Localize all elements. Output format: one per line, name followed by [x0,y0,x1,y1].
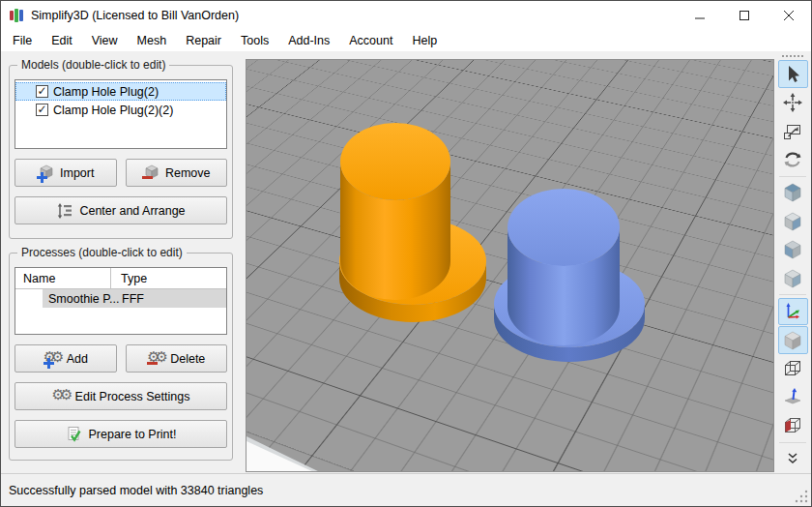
remove-cube-icon [142,164,160,182]
axes-icon [782,301,803,322]
delete-gears-icon: ⚙⚙ [147,350,164,368]
processes-table[interactable]: Name Type Smoothie P... FFF [14,267,227,335]
center-arrange-label: Center and Arrange [79,204,185,218]
toolbar-separator [779,176,806,177]
toolbar-separator [779,442,806,443]
models-group-title: Models (double-click to edit) [17,58,169,72]
show-axes-button[interactable] [778,298,808,325]
model-orange[interactable] [339,123,486,322]
view-top-button[interactable] [778,208,808,235]
delete-button-label: Delete [170,352,205,366]
import-cube-icon [37,164,54,182]
minimize-icon [695,11,705,20]
model-checkbox[interactable]: ✓ [36,104,48,116]
prepare-to-print-label: Prepare to Print! [88,428,176,441]
models-group: Models (double-click to edit) ✓ Clamp Ho… [9,65,233,239]
wireframe-cube-icon [782,358,803,379]
view-cube-top-icon [782,211,803,232]
scale-tool-button[interactable] [778,117,808,144]
show-wireframe-button[interactable] [778,355,808,382]
processes-table-header: Name Type [15,268,226,289]
right-toolbar [774,51,811,473]
model-canvas [246,60,774,472]
menu-tools[interactable]: Tools [231,32,278,49]
toolbar-separator [779,294,806,295]
toolbar-grip[interactable] [781,54,804,58]
view-cube-front-icon [782,239,803,260]
menu-addins[interactable]: Add-Ins [278,32,339,49]
cursor-icon [782,64,803,85]
add-button-label: Add [67,352,88,366]
menu-bar: File Edit View Mesh Repair Tools Add-Ins… [1,30,811,51]
menu-account[interactable]: Account [339,32,402,49]
show-normals-button[interactable] [778,383,808,410]
menu-edit[interactable]: Edit [42,32,82,49]
app-window: Simplify3D (Licensed to Bill VanOrden) F… [0,0,812,507]
model-checkbox[interactable]: ✓ [36,85,48,98]
window-title: Simplify3D (Licensed to Bill VanOrden) [31,9,239,22]
maximize-button[interactable] [722,1,767,30]
menu-view[interactable]: View [82,32,128,49]
remove-button-label: Remove [165,166,211,180]
status-bar: Successfully parsed model with 33840 tri… [1,473,811,506]
process-row[interactable]: Smoothie P... FFF [43,289,226,308]
app-logo-icon [10,8,23,23]
import-button[interactable]: Import [14,159,117,187]
normal-arrow-icon [782,386,803,407]
scale-icon [782,121,803,142]
delete-process-button[interactable]: ⚙⚙ Delete [126,344,228,373]
model-list-item[interactable]: ✓ Clamp Hole Plug(2)(2) [15,101,226,119]
maximize-icon [740,11,749,20]
view-default-button[interactable] [778,179,808,206]
model-item-label: Clamp Hole Plug(2) [53,85,159,99]
move-icon [782,92,803,113]
left-panel: Models (double-click to edit) ✓ Clamp Ho… [1,51,243,473]
menu-repair[interactable]: Repair [176,32,231,49]
collapse-toolbar-button[interactable] [778,445,808,472]
check-icon: ✓ [37,104,46,115]
processes-group: Processes (double-click to edit) Name Ty… [9,253,233,461]
add-gears-icon: ⚙⚙ [44,350,61,368]
translate-tool-button[interactable] [778,89,808,116]
model-list-item[interactable]: ✓ Clamp Hole Plug(2) [15,82,226,101]
status-message: Successfully parsed model with 33840 tri… [9,484,263,497]
prepare-to-print-button[interactable]: Prepare to Print! [14,420,227,448]
cross-section-button[interactable] [778,412,808,439]
processes-group-title: Processes (double-click to edit) [17,246,187,259]
model-item-label: Clamp Hole Plug(2)(2) [53,104,173,117]
menu-file[interactable]: File [3,32,42,49]
models-list[interactable]: ✓ Clamp Hole Plug(2) ✓ Clamp Hole Plug(2… [14,79,227,149]
edit-process-settings-button[interactable]: ⚙⚙ Edit Process Settings [14,382,227,410]
check-icon: ✓ [37,86,46,97]
print-check-icon [65,426,82,443]
minimize-button[interactable] [678,1,722,30]
viewport-3d[interactable] [246,59,774,472]
show-solid-button[interactable] [778,326,808,353]
rotate-icon [782,149,803,170]
import-button-label: Import [60,166,94,180]
cross-section-cube-icon [782,415,803,436]
center-arrange-icon [56,202,73,220]
select-tool-button[interactable] [778,60,808,87]
gears-icon: ⚙⚙ [52,388,70,405]
resize-grip[interactable] [795,490,808,503]
solid-cube-icon [782,330,803,351]
view-side-button[interactable] [778,264,808,291]
process-type: FFF [122,292,144,306]
remove-button[interactable]: Remove [126,159,228,187]
close-icon [784,11,794,20]
close-button[interactable] [767,1,811,30]
center-and-arrange-button[interactable]: Center and Arrange [14,196,227,224]
view-front-button[interactable] [778,236,808,263]
rotate-tool-button[interactable] [778,146,808,173]
add-process-button[interactable]: ⚙⚙ Add [14,344,117,373]
column-name: Name [15,272,110,285]
chevron-double-down-icon [785,452,800,465]
edit-process-settings-label: Edit Process Settings [75,390,190,403]
menu-mesh[interactable]: Mesh [128,32,177,49]
model-blue[interactable] [494,189,645,362]
view-cube-default-icon [782,182,803,203]
menu-help[interactable]: Help [402,32,447,49]
view-cube-side-icon [782,268,803,289]
column-type: Type [110,268,226,289]
